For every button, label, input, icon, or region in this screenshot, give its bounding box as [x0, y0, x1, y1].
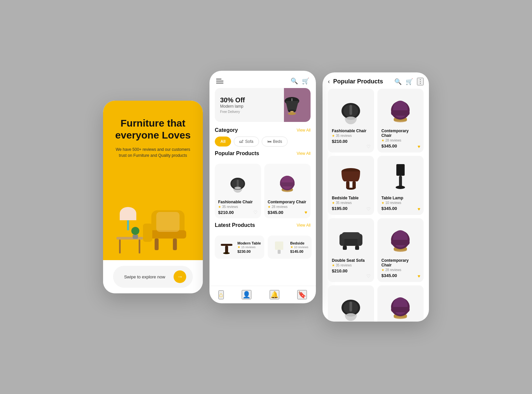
nav-home-button[interactable]: ⌂	[218, 290, 224, 299]
modern-table-price: $230.00	[237, 249, 261, 253]
popular-product-7[interactable]: Fashionable Chair ★ 35 reviews $210.00 ♡	[328, 285, 374, 322]
pop-lamp-heart[interactable]: ♥	[418, 206, 420, 212]
star-icon: ★	[218, 205, 221, 209]
latest-card-bedside[interactable]: Bedside ★ 10 reviews $145.00	[268, 236, 312, 259]
contemporary-chair-name: Contemporary Chair	[268, 200, 307, 204]
bedside-image	[271, 239, 288, 255]
popular-product-8-image	[381, 289, 420, 322]
popular-header-home: Popular Products View All	[215, 150, 311, 156]
promo-banner[interactable]: 30% Off Modern lamp Free Delivery	[215, 88, 311, 122]
search-button[interactable]: 🔍	[291, 77, 298, 85]
double-sofa-svg	[337, 224, 365, 254]
svg-rect-48	[355, 246, 359, 250]
plant-foliage	[131, 227, 139, 235]
svg-rect-4	[173, 239, 177, 250]
pop-chair6-reviews: ★ 28 reviews	[381, 268, 420, 272]
banner-image	[279, 93, 305, 117]
product-image-fashionable	[218, 167, 258, 197]
pop-lamp-name: Table Lamp	[381, 196, 420, 200]
pop-table-price: $195.00	[332, 206, 370, 211]
svg-rect-20	[280, 182, 295, 186]
splash-bottom: Swipe to explore now →	[103, 260, 203, 293]
nav-bookmarks-button[interactable]: 🔖	[297, 290, 307, 299]
latest-header: Latest Products View All	[215, 222, 311, 228]
svg-rect-41	[399, 176, 402, 187]
pop-chair2-price: $345.00	[381, 144, 420, 148]
bedside-lamp-svg	[272, 240, 287, 255]
popular-product-5[interactable]: Double Seat Sofa ★ 35 reviews $210.00 ♡	[328, 218, 374, 282]
pop-chair2-reviews: ★ 28 reviews	[381, 139, 420, 142]
bed-icon: 🛏	[267, 139, 271, 144]
svg-rect-40	[396, 164, 405, 176]
cart-button[interactable]: 🛒	[302, 77, 309, 85]
pop-chair6-price: $345.00	[381, 273, 420, 278]
banner-discount: 30% Off	[220, 96, 275, 104]
popular-product-2[interactable]: Contemporary Chair ★ 28 reviews $345.00 …	[377, 89, 424, 152]
popular-header: ‹ Popular Products 🔍 🛒 ⋮	[323, 72, 429, 89]
hamburger-line-2	[216, 81, 223, 81]
svg-rect-35	[391, 110, 410, 116]
popular-product-8[interactable]: Contemporary Chair ★ 28 reviews $345.00 …	[377, 285, 424, 322]
popular-product-4[interactable]: Table Lamp ★ 10 reviews $345.00 ♥	[377, 156, 424, 215]
bedside-table-svg	[337, 161, 365, 191]
splash-subtitle: We have 500+ reviews and our customers t…	[113, 147, 193, 158]
modern-table-svg	[219, 240, 234, 255]
svg-point-39	[347, 188, 355, 190]
svg-rect-22	[225, 246, 228, 253]
svg-point-30	[346, 117, 355, 120]
bedside-reviews: ★ 10 reviews	[290, 245, 309, 249]
search-icon-popular[interactable]: 🔍	[394, 78, 402, 85]
fashionable-chair-reviews: ★ 35 reviews	[218, 205, 258, 209]
pop-chair6-heart[interactable]: ♥	[418, 273, 420, 279]
screen-home: 🔍 🛒 30% Off Modern lamp Free Delivery	[209, 71, 316, 303]
nav-profile-button[interactable]: 👤	[242, 290, 251, 299]
svg-rect-38	[352, 181, 356, 189]
pill-sofa[interactable]: 🛋 Sofa	[234, 137, 259, 147]
popular-products-grid: Fashionable Chair ★ 35 reviews $210.00 ♡	[323, 89, 429, 322]
fashionable-chair-3-svg	[337, 291, 365, 321]
svg-rect-5	[143, 224, 152, 242]
hamburger-button[interactable]	[216, 79, 223, 83]
svg-point-23	[223, 252, 230, 254]
table-surface	[116, 237, 143, 240]
heart-empty-icon: ♡	[253, 210, 258, 215]
latest-section: Latest Products View All	[209, 222, 316, 232]
latest-scroll: Modern Table ★ 15 reviews $230.00 Bedsid…	[209, 236, 316, 259]
product-card-fashionable[interactable]: Fashionable Chair ★ 35 reviews $210.00 ♡	[215, 164, 261, 218]
nav-notifications-button[interactable]: 🔔	[270, 290, 279, 299]
popular-product-1[interactable]: Fashionable Chair ★ 35 reviews $210.00 ♡	[328, 89, 374, 152]
contemporary-heart-button[interactable]: ♥	[305, 210, 307, 215]
popular-product-6[interactable]: Contemporary Chair ★ 28 reviews $345.00 …	[377, 218, 424, 282]
fashionable-heart-button[interactable]: ♡	[253, 210, 258, 215]
bedside-info: Bedside ★ 10 reviews $145.00	[290, 241, 309, 253]
table-lamp-floor-svg	[386, 161, 415, 191]
popular-view-all-home[interactable]: View All	[297, 151, 311, 156]
more-options-button[interactable]: ⋮	[417, 78, 424, 85]
banner-text: 30% Off Modern lamp Free Delivery	[220, 96, 275, 114]
pop-chair1-price: $210.00	[332, 139, 370, 144]
pill-beds[interactable]: 🛏 Beds	[262, 137, 288, 147]
pop-sofa-heart[interactable]: ♡	[366, 273, 371, 279]
pop-chair1-heart[interactable]: ♡	[366, 144, 371, 149]
pop-table-heart[interactable]: ♡	[366, 206, 371, 212]
popular-product-3-image	[332, 160, 370, 193]
arrow-icon: →	[174, 270, 186, 283]
popular-section-home: Popular Products View All	[209, 150, 316, 160]
popular-header-icons: 🔍 🛒 ⋮	[394, 78, 424, 85]
back-button[interactable]: ‹	[328, 78, 330, 85]
pop-sofa-name: Double Seat Sofa	[332, 258, 370, 263]
latest-view-all[interactable]: View All	[297, 223, 311, 228]
product-card-contemporary[interactable]: Contemporary Chair ★ 28 reviews $345.00 …	[264, 164, 311, 218]
bedside-price: $145.00	[290, 249, 309, 253]
pill-all[interactable]: All	[215, 137, 231, 147]
swipe-button[interactable]: Swipe to explore now →	[113, 266, 193, 288]
latest-card-modern-table[interactable]: Modern Table ★ 15 reviews $230.00	[215, 236, 264, 259]
cart-icon-popular[interactable]: 🛒	[406, 78, 413, 85]
modern-table-name: Modern Table	[237, 241, 261, 245]
pop-chair2-heart[interactable]: ♥	[418, 144, 420, 149]
contemporary-chair-reviews: ★ 28 reviews	[268, 205, 307, 209]
popular-product-3[interactable]: Bedside Table ★ 35 reviews $195.00 ♡	[328, 156, 374, 215]
category-view-all[interactable]: View All	[297, 128, 311, 133]
screen-splash: Furniture that everyone Loves We have 50…	[103, 101, 203, 293]
contemporary-chair-3-svg	[386, 291, 415, 321]
